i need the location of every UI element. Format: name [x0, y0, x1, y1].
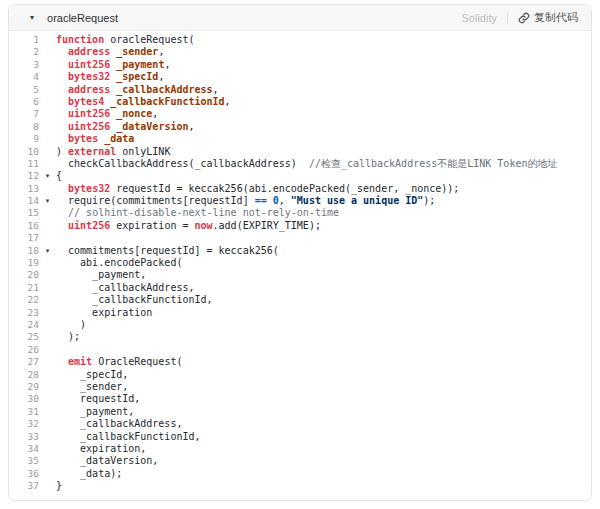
code-line: 36 _data); [9, 468, 591, 480]
line-number: 25 [9, 331, 39, 343]
collapse-caret-icon[interactable]: ▾ [30, 14, 34, 22]
fold-caret-icon[interactable]: ▾ [39, 245, 56, 257]
code-block-header: ▾ oracleRequest Solidity 复制代码 [9, 5, 591, 31]
code-text: expiration, [56, 443, 146, 455]
code-text: _payment, [56, 269, 146, 281]
fold-spacer [39, 307, 56, 319]
fold-spacer [39, 133, 56, 145]
code-segment: bytes32 [68, 183, 110, 194]
code-text: bytes32 _specId, [56, 71, 164, 83]
line-number: 5 [9, 84, 39, 96]
header-actions: Solidity 复制代码 [462, 10, 578, 25]
code-text: _callbackFunctionId, [56, 431, 201, 443]
code-segment: commitments[requestId] = keccak256( [56, 245, 279, 256]
code-segment: _data); [56, 468, 122, 479]
line-number: 36 [9, 468, 39, 480]
code-text: uint256 _dataVersion, [56, 121, 195, 133]
code-text: ) [56, 319, 86, 331]
code-line: 33 _callbackFunctionId, [9, 431, 591, 443]
code-line: 6 bytes4 _callbackFunctionId, [9, 96, 591, 108]
code-segment: bytes32 [68, 71, 110, 82]
code-segment: _callbackFunctionId [110, 96, 224, 107]
fold-spacer [39, 381, 56, 393]
fold-spacer [39, 282, 56, 294]
code-text: ); [56, 331, 80, 343]
fold-spacer [39, 443, 56, 455]
code-line: 22 _callbackFunctionId, [9, 294, 591, 306]
line-number: 20 [9, 269, 39, 281]
code-block-title: oracleRequest [47, 12, 118, 24]
code-segment: expiration = [110, 220, 194, 231]
code-line: 19 abi.encodePacked( [9, 257, 591, 269]
fold-spacer [39, 59, 56, 71]
line-number: 13 [9, 183, 39, 195]
line-number: 16 [9, 220, 39, 232]
code-segment [56, 84, 68, 95]
fold-spacer [39, 158, 56, 170]
fold-spacer [39, 232, 56, 244]
code-segment: _specId [116, 71, 158, 82]
fold-spacer [39, 34, 56, 46]
code-segment [56, 121, 68, 132]
code-segment: , [158, 46, 164, 57]
code-line: 29 _sender, [9, 381, 591, 393]
fold-spacer [39, 331, 56, 343]
code-block-panel: ▾ oracleRequest Solidity 复制代码 1function … [8, 4, 592, 501]
line-number: 26 [9, 344, 39, 356]
code-segment: onlyLINK [116, 146, 170, 157]
code-segment: , [213, 84, 219, 95]
code-segment [56, 207, 68, 218]
code-line: 7 uint256 _nonce, [9, 108, 591, 120]
code-segment [56, 71, 68, 82]
line-number: 15 [9, 207, 39, 219]
code-segment [56, 183, 68, 194]
code-segment: //检查_callbackAddress不能是LINK Token的地址 [309, 158, 558, 169]
code-segment: , [164, 59, 170, 70]
fold-caret-icon[interactable]: ▾ [39, 195, 56, 207]
code-segment: uint256 [68, 220, 110, 231]
fold-spacer [39, 46, 56, 58]
fold-spacer [39, 294, 56, 306]
line-number: 24 [9, 319, 39, 331]
code-text: ) external onlyLINK [56, 146, 170, 158]
code-line: 30 requestId, [9, 393, 591, 405]
code-line: 16 uint256 expiration = now.add(EXPIRY_T… [9, 220, 591, 232]
code-text: address _sender, [56, 46, 164, 58]
code-segment: uint256 [68, 59, 110, 70]
code-segment: _payment [116, 59, 164, 70]
code-text: // solhint-disable-next-line not-rely-on… [56, 207, 339, 219]
fold-spacer [39, 356, 56, 368]
fold-spacer [39, 418, 56, 430]
line-number: 3 [9, 59, 39, 71]
code-segment: now [195, 220, 213, 231]
code-line: 27 emit OracleRequest( [9, 356, 591, 368]
fold-spacer [39, 269, 56, 281]
code-segment: _callbackAddress, [56, 282, 194, 293]
line-number: 21 [9, 282, 39, 294]
code-text: uint256 expiration = now.add(EXPIRY_TIME… [56, 220, 321, 232]
code-lines: 1function oracleRequest(2 address _sende… [9, 34, 591, 492]
code-text: _callbackAddress, [56, 418, 182, 430]
code-line: 23 expiration [9, 307, 591, 319]
code-text: abi.encodePacked( [56, 257, 182, 269]
fold-spacer [39, 146, 56, 158]
code-text: bytes32 requestId = keccak256(abi.encode… [56, 183, 459, 195]
code-line: 37} [9, 480, 591, 492]
code-segment: address [68, 46, 110, 57]
code-text: } [56, 480, 62, 492]
code-line: 14▾ require(commitments[requestId] == 0,… [9, 195, 591, 207]
copy-code-button[interactable]: 复制代码 [518, 10, 578, 25]
code-segment: ); [423, 195, 435, 206]
code-area: 1function oracleRequest(2 address _sende… [9, 31, 591, 492]
line-number: 18 [9, 245, 39, 257]
code-segment: checkCallbackAddress(_callbackAddress) [56, 158, 309, 169]
code-text: checkCallbackAddress(_callbackAddress) /… [56, 158, 557, 170]
line-number: 22 [9, 294, 39, 306]
code-segment: emit [68, 356, 92, 367]
line-number: 11 [9, 158, 39, 170]
code-segment: ) [56, 146, 68, 157]
code-segment: _data [104, 133, 134, 144]
line-number: 34 [9, 443, 39, 455]
code-text: expiration [56, 307, 152, 319]
fold-caret-icon[interactable]: ▾ [39, 170, 56, 182]
